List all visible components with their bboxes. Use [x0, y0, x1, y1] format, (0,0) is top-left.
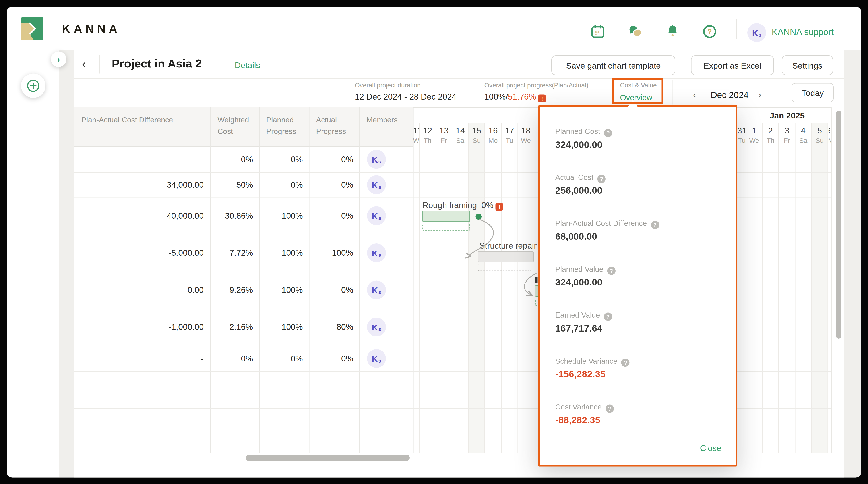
save-gantt-template-button[interactable]: Save gantt chart template [551, 55, 675, 75]
top-bar: KANNA ? Ks KANNA support [7, 7, 861, 51]
sidebar [7, 51, 59, 478]
cell-diff: - [85, 354, 204, 363]
member-avatar[interactable]: Ks [367, 318, 386, 336]
bell-icon[interactable] [665, 24, 680, 39]
cell-diff: 40,000.00 [85, 211, 204, 220]
cell-actual: 100% [311, 248, 353, 257]
popup-item-label: Earned Value? [555, 311, 612, 321]
cell-diff: -1,000.00 [85, 322, 204, 331]
cell-actual: 0% [311, 155, 353, 164]
cell-actual: 0% [311, 211, 353, 220]
member-avatar[interactable]: Ks [367, 175, 386, 194]
help-circle-icon[interactable]: ? [606, 405, 614, 413]
cell-planned: 0% [261, 180, 303, 189]
header-divider [736, 19, 737, 39]
help-circle-icon[interactable]: ? [597, 175, 606, 183]
cell-planned: 100% [261, 211, 303, 220]
cell-planned: 100% [261, 248, 303, 257]
popup-item-value: -156,282.35 [555, 369, 606, 380]
screenshot: KANNA ? Ks KANNA support › [0, 0, 868, 484]
col-line [360, 107, 360, 453]
user-name[interactable]: KANNA support [772, 27, 834, 37]
app-window: KANNA ? Ks KANNA support › [7, 7, 861, 478]
cell-actual: 80% [311, 322, 353, 331]
title-divider [99, 55, 100, 74]
cell-diff: 34,000.00 [85, 180, 204, 189]
today-button[interactable]: Today [792, 83, 834, 102]
popup-item-value: 256,000.00 [555, 186, 602, 196]
prev-month-button[interactable]: ‹ [693, 90, 696, 101]
cell-weighted: 7.72% [211, 248, 253, 257]
task-label: Rough framing 0%! [423, 200, 503, 211]
column-header-members: Members [367, 115, 411, 126]
column-header-planned: Planned Progress [267, 115, 306, 138]
column-header-diff: Plan-Actual Cost Difference [82, 115, 209, 126]
horizontal-scrollbar[interactable] [246, 455, 410, 461]
popup-item-label: Actual Cost? [555, 173, 606, 183]
warning-icon: ! [496, 203, 503, 211]
titlebar-divider [74, 78, 844, 79]
export-excel-button[interactable]: Export as Excel [691, 55, 774, 75]
svg-text:?: ? [708, 28, 712, 36]
cell-weighted: 0% [211, 155, 253, 164]
popup-item-label: Schedule Variance? [555, 357, 630, 367]
cell-weighted: 50% [211, 180, 253, 189]
help-icon[interactable]: ? [702, 24, 717, 39]
member-avatar[interactable]: Ks [367, 150, 386, 169]
cell-actual: 0% [311, 180, 353, 189]
popup-item-label: Cost Variance? [555, 403, 614, 413]
duration-value: 12 Dec 2024 - 28 Dec 2024 [355, 92, 457, 101]
warning-icon: ! [538, 95, 546, 102]
dependency-arrows [461, 211, 549, 300]
cell-actual: 0% [311, 354, 353, 363]
help-circle-icon[interactable]: ? [621, 358, 630, 367]
cell-planned: 0% [261, 354, 303, 363]
col-line [309, 107, 310, 453]
next-month-button[interactable]: › [758, 90, 762, 101]
cell-weighted: 2.16% [211, 322, 253, 331]
member-avatar[interactable]: Ks [367, 206, 386, 225]
popup-item-value: 68,000.00 [555, 231, 597, 242]
cell-planned: 0% [261, 155, 303, 164]
cost-value-popup: Planned Cost? 324,000.00 Actual Cost? 25… [538, 105, 737, 466]
member-avatar[interactable]: Ks [367, 244, 386, 262]
cell-diff: -5,000.00 [85, 248, 204, 257]
help-circle-icon[interactable]: ? [651, 221, 659, 229]
help-circle-icon[interactable]: ? [607, 267, 616, 275]
popup-item-value: 324,000.00 [555, 139, 602, 151]
details-link[interactable]: Details [235, 60, 260, 70]
popup-item-value: -88,282.35 [555, 415, 600, 426]
popup-close-button[interactable]: Close [700, 443, 721, 453]
help-circle-icon[interactable]: ? [604, 313, 612, 321]
cell-planned: 100% [261, 322, 303, 331]
member-avatar[interactable]: Ks [367, 349, 386, 368]
user-avatar[interactable]: Ks [747, 23, 766, 42]
kanna-logo-icon [20, 16, 44, 42]
calendar-icon[interactable] [590, 24, 606, 39]
cell-weighted: 9.26% [211, 285, 253, 295]
cell-weighted: 30.86% [211, 211, 253, 220]
subheader-divider [673, 80, 673, 105]
chat-icon[interactable] [628, 24, 643, 39]
cell-diff: - [85, 155, 204, 164]
back-button[interactable]: ‹ [82, 57, 86, 71]
vertical-scrollbar[interactable] [836, 111, 841, 338]
popup-item-label: Planned Cost? [555, 127, 613, 137]
highlight-box [612, 78, 663, 104]
sidebar-expand-button[interactable]: › [51, 52, 66, 67]
month-header-jan: Jan 2025 [746, 111, 828, 120]
settings-button[interactable]: Settings [782, 55, 833, 75]
plus-circle-icon [26, 78, 40, 93]
duration-label: Overall project duration [355, 82, 421, 89]
col-line [259, 107, 260, 453]
cell-actual: 0% [311, 285, 353, 295]
sidebar-add-button[interactable] [21, 74, 45, 98]
progress-value: 100%/51.76%! [485, 92, 546, 102]
month-nav-label: Dec 2024 [703, 90, 756, 100]
help-circle-icon[interactable]: ? [604, 129, 613, 137]
popup-item-label: Plan-Actual Cost Difference? [555, 219, 659, 229]
member-avatar[interactable]: Ks [367, 281, 386, 299]
cell-weighted: 0% [211, 354, 253, 363]
subheader-divider [346, 80, 347, 105]
grid-right-edge [832, 107, 832, 453]
